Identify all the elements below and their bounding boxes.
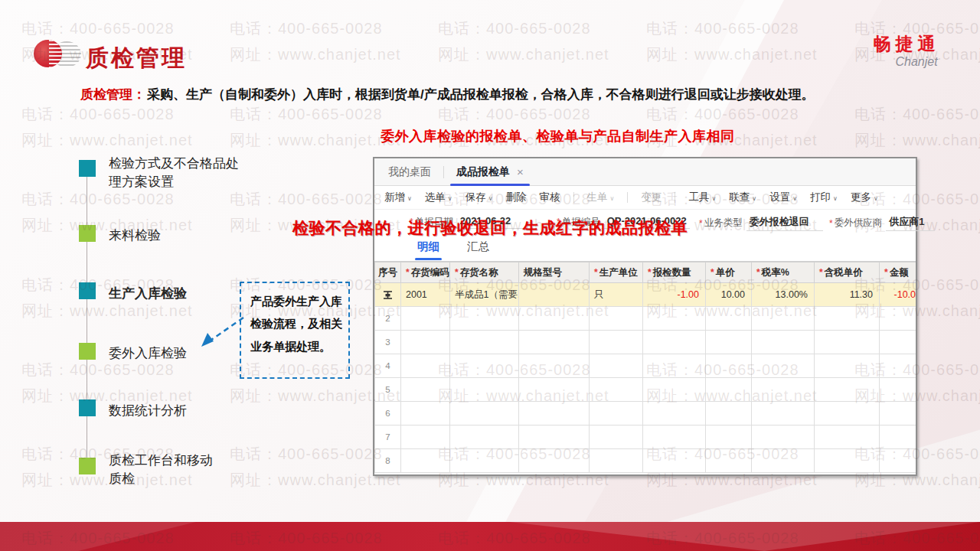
grid-cell	[519, 283, 590, 307]
tab-label: 我的桌面	[388, 165, 431, 178]
app-tabbar: 我的桌面成品报检单×	[374, 158, 916, 186]
toolbar-button-label: 删除	[506, 191, 527, 204]
bottom-red-band	[0, 522, 980, 551]
toolbar-button-label: 保存	[466, 191, 486, 204]
subtab-明细[interactable]: 明细	[417, 240, 439, 260]
保存-button[interactable]: 保存∨	[466, 191, 493, 204]
required-asterisk: *	[819, 267, 823, 278]
watermark-text: 电话：400-665-0028网址：www.chanjet.net	[230, 101, 401, 153]
grid-cell: 只	[590, 283, 643, 307]
grid-cell	[752, 354, 815, 378]
grid-cell	[880, 449, 916, 473]
选单-button[interactable]: 选单∨	[425, 191, 452, 204]
grid-cell	[590, 307, 643, 331]
toolbar-separator	[627, 192, 628, 203]
column-header-金额: *金额	[880, 262, 916, 283]
note-arrow-icon	[190, 312, 247, 354]
grid-cell	[706, 354, 752, 378]
slide: 质检管理 畅捷通 Chanjet 质检管理：采购、生产（自制和委外）入库时，根据…	[0, 0, 980, 551]
变更-button: 变更	[641, 191, 662, 204]
chevron-down-icon: ∨	[792, 195, 797, 202]
required-asterisk: *	[455, 267, 459, 278]
grid-cell	[590, 402, 643, 425]
agenda-bullet-square	[79, 343, 96, 360]
row-number-cell: 2	[375, 307, 401, 331]
grid-cell	[519, 425, 590, 449]
更多-button[interactable]: 更多∨	[851, 191, 878, 204]
column-header-序号: 序号	[375, 262, 401, 283]
grid-cell	[643, 354, 706, 378]
table-row: 7	[375, 425, 916, 449]
watermark-text: 电话：400-665-0028网址：www.chanjet.net	[230, 15, 401, 67]
grid-cell	[706, 307, 752, 331]
inspection-grid: 序号*存货编码*存货名称规格型号*生产单位*报检数量*单价*税率%*含税单价*金…	[374, 262, 916, 473]
field-label: 委外供应商	[835, 217, 883, 230]
grid-cell	[706, 331, 752, 354]
grid-cell	[519, 378, 590, 402]
agenda-connector-line	[87, 164, 87, 468]
grid-cell	[401, 425, 450, 449]
watermark-text: 电话：400-665-0028网址：www.chanjet.net	[21, 357, 193, 409]
agenda-bullet-square	[79, 399, 96, 416]
intro-body: 采购、生产（自制和委外）入库时，根据到货单/产成品报检单报检，合格入库，不合格则…	[147, 87, 815, 102]
联查-button[interactable]: 联查∨	[729, 191, 756, 204]
新增-button[interactable]: 新增∨	[384, 191, 412, 204]
watermark-phone: 电话：400-665-0028	[438, 101, 609, 127]
column-header-生产单位: *生产单位	[590, 262, 643, 283]
grid-cell	[706, 425, 752, 449]
field-value[interactable]: 委外报检退回	[746, 215, 823, 231]
grid-cell	[880, 378, 916, 402]
required-asterisk: *	[756, 267, 760, 278]
grid-cell	[706, 449, 752, 473]
watermark-text: 电话：400-665-0028网址：www.chanjet.net	[646, 15, 818, 67]
field-value[interactable]: 供应商1	[886, 215, 935, 231]
table-row: 2001半成品1（需要...只-1.0010.0013.00%11.30-10.…	[375, 283, 916, 307]
column-header-label: 规格型号	[524, 267, 562, 278]
grid-cell	[815, 354, 880, 378]
grid-cell	[590, 354, 643, 378]
watermark-phone: 电话：400-665-0028	[438, 15, 609, 41]
required-asterisk: *	[406, 267, 410, 278]
column-header-label: 单价	[716, 267, 735, 278]
grid-cell	[590, 449, 643, 473]
page-title: 质检管理	[86, 43, 187, 74]
required-asterisk: *	[594, 267, 598, 278]
close-icon[interactable]: ×	[517, 165, 524, 178]
打印-button[interactable]: 打印∨	[810, 191, 838, 204]
grid-cell	[706, 378, 752, 402]
watermark-phone: 电话：400-665-0028	[854, 101, 980, 127]
row-number-cell: 7	[375, 425, 401, 449]
grid-cell	[519, 307, 590, 331]
row-handle-icon[interactable]	[383, 290, 393, 300]
grid-cell	[643, 307, 706, 331]
删除-button[interactable]: 删除	[506, 191, 527, 204]
callout-table: 检验不合格的，进行验收退回，生成红字的成品报检单	[292, 217, 688, 239]
chevron-down-icon: ∨	[448, 195, 452, 202]
title-bullet-logo	[34, 40, 83, 69]
column-header-label: 含税单价	[825, 267, 863, 278]
logo-ball-icon	[34, 40, 62, 67]
row-number-cell: 4	[375, 354, 401, 378]
grid-cell	[450, 331, 519, 354]
grid-cell	[752, 402, 815, 425]
工具-button[interactable]: 工具∨	[688, 191, 716, 204]
agenda-item: 检验方式及不合格品处理方案设置	[109, 155, 251, 191]
column-header-存货编码: *存货编码	[401, 262, 450, 283]
toolbar-separator	[573, 192, 574, 203]
tab-inactive[interactable]: 我的桌面	[388, 165, 431, 179]
grid-cell: 10.00	[706, 283, 752, 307]
toolbar-button-label: 联查	[729, 191, 750, 204]
grid-cell	[643, 402, 706, 425]
subtab-汇总[interactable]: 汇总	[467, 240, 489, 260]
toolbar-separator	[675, 192, 675, 203]
column-header-label: 存货编码	[411, 267, 449, 278]
tab-active[interactable]: 成品报检单×	[456, 158, 524, 186]
设置-button[interactable]: 设置∨	[769, 191, 797, 204]
field-业务类型: *业务类型委外报检退回	[699, 215, 823, 231]
chevron-down-icon: ∨	[610, 195, 615, 202]
grid-cell	[450, 378, 519, 402]
toolbar-button-label: 变更	[641, 191, 662, 204]
审核-button[interactable]: 审核	[540, 191, 560, 204]
active-tab-underline	[450, 184, 530, 186]
column-header-规格型号: 规格型号	[519, 262, 590, 283]
